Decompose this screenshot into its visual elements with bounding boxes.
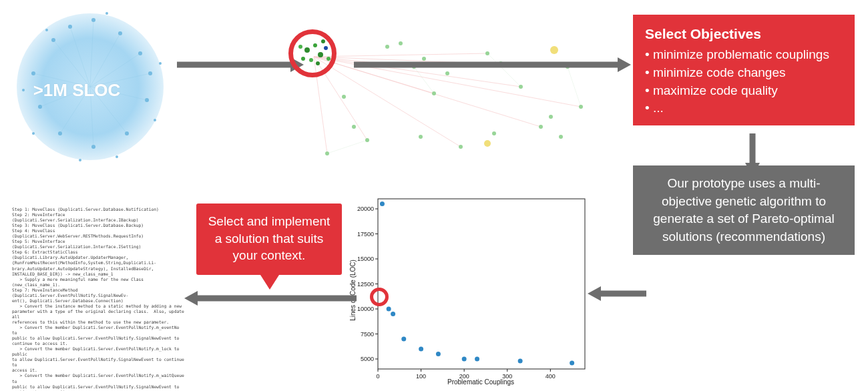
- svg-point-14: [45, 29, 48, 31]
- svg-point-17: [32, 132, 35, 135]
- svg-point-69: [579, 105, 583, 109]
- svg-text:12500: 12500: [357, 281, 374, 288]
- svg-text:5000: 5000: [361, 356, 374, 362]
- pareto-point: [570, 361, 574, 366]
- arrow-codebase-to-zoom: [177, 55, 304, 65]
- pareto-point: [401, 337, 406, 342]
- svg-point-15: [159, 62, 162, 65]
- svg-point-20: [154, 119, 156, 121]
- svg-point-78: [419, 135, 423, 139]
- svg-text:10000: 10000: [357, 306, 374, 312]
- selected-solution-highlight: [370, 288, 389, 306]
- svg-point-61: [432, 91, 436, 95]
- svg-text:20000: 20000: [357, 206, 374, 212]
- svg-point-80: [550, 46, 558, 54]
- svg-point-81: [484, 140, 491, 147]
- refactoring-steps: Step 1: MoveClass (Duplicati.Server.Data…: [12, 207, 186, 391]
- svg-point-19: [116, 155, 118, 158]
- svg-point-77: [492, 131, 496, 135]
- pareto-point: [391, 312, 395, 316]
- svg-point-75: [399, 41, 403, 45]
- svg-marker-114: [184, 291, 198, 306]
- svg-text:15000: 15000: [357, 256, 374, 262]
- svg-text:0: 0: [376, 373, 379, 380]
- arrow-algorithm-to-pareto: [588, 284, 646, 304]
- pareto-point: [518, 359, 523, 364]
- svg-point-13: [105, 12, 108, 15]
- svg-marker-83: [618, 57, 631, 72]
- svg-point-71: [352, 125, 356, 129]
- objective-item: ...: [645, 99, 843, 117]
- algorithm-description: Our prototype uses a multi-objective gen…: [633, 165, 855, 255]
- svg-point-74: [385, 45, 389, 49]
- objectives-title: Select Objectives: [645, 24, 843, 43]
- svg-text:17500: 17500: [357, 231, 374, 238]
- objective-item: minimize problematic couplings: [645, 46, 843, 64]
- arrow-chart-to-steps: [184, 288, 357, 308]
- svg-point-73: [459, 145, 463, 149]
- workflow-top-row: >1M SLOC: [0, 0, 868, 193]
- select-solution-callout: Select and implement a solution that sui…: [196, 204, 342, 275]
- svg-point-65: [519, 85, 523, 89]
- pareto-point: [462, 357, 467, 362]
- objectives-box: Select Objectives minimize problematic c…: [633, 15, 855, 125]
- svg-text:7500: 7500: [361, 331, 374, 338]
- svg-text:400: 400: [546, 373, 556, 380]
- objective-item: maximize code quality: [645, 82, 843, 100]
- arrow-zoom-to-objectives: [354, 55, 631, 68]
- svg-text:200: 200: [459, 373, 469, 380]
- sloc-badge: >1M SLOC: [17, 80, 137, 101]
- svg-point-18: [79, 159, 81, 161]
- svg-rect-88: [378, 199, 585, 369]
- problem-cluster-highlight: [288, 29, 337, 77]
- svg-text:300: 300: [502, 373, 512, 380]
- objective-item: minimize code changes: [645, 64, 843, 82]
- pareto-point: [475, 357, 479, 362]
- svg-point-70: [365, 138, 369, 142]
- objectives-list: minimize problematic couplings minimize …: [645, 46, 843, 117]
- pareto-point: [387, 307, 391, 312]
- svg-point-66: [539, 125, 543, 129]
- pareto-point: [436, 352, 441, 356]
- svg-point-67: [549, 115, 553, 119]
- svg-point-76: [559, 135, 563, 139]
- svg-line-47: [327, 140, 367, 153]
- pareto-point: [419, 347, 423, 352]
- svg-point-72: [325, 151, 329, 155]
- svg-point-79: [342, 95, 346, 99]
- pareto-point: [380, 202, 385, 206]
- svg-text:100: 100: [416, 373, 426, 380]
